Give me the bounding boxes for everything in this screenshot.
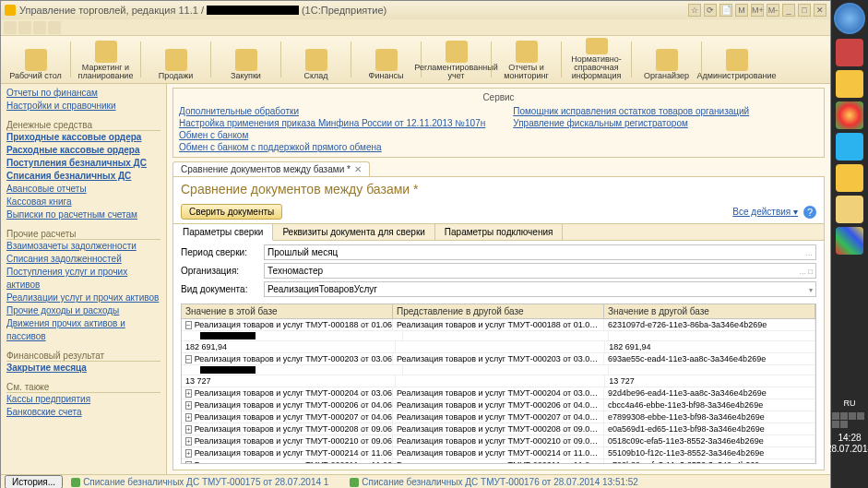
language-indicator[interactable]: RU: [844, 399, 856, 408]
sidebar-link[interactable]: Движения прочих активов и пассивов: [6, 317, 161, 343]
util-icon[interactable]: [4, 21, 17, 34]
ribbon-button[interactable]: Нормативно-справочная информация: [562, 36, 631, 83]
subtab[interactable]: Параметры подключения: [435, 224, 564, 240]
history-button[interactable]: История...: [5, 475, 63, 488]
ribbon-button[interactable]: Рабочий стол: [1, 36, 70, 83]
expand-icon[interactable]: +: [185, 401, 192, 410]
document-tab[interactable]: Сравнение документов между базами * ✕: [172, 161, 370, 176]
tray-icon[interactable]: [836, 39, 863, 66]
tool-icon[interactable]: ⟳: [704, 4, 717, 17]
util-icon[interactable]: [33, 21, 46, 34]
tool-icon[interactable]: M-: [767, 4, 779, 17]
grid-body[interactable]: − Реализация товаров и услуг ТМУТ-000188…: [182, 319, 815, 463]
sidebar-link[interactable]: Кассы предприятия: [6, 393, 161, 406]
sidebar-link[interactable]: Отчеты по финансам: [6, 87, 161, 100]
expand-icon[interactable]: +: [185, 425, 192, 434]
service-link[interactable]: Помощник исправления остатков товаров ор…: [513, 105, 749, 117]
table-row[interactable]: [182, 365, 815, 375]
ribbon-button[interactable]: Финансы: [351, 36, 421, 83]
sidebar-link[interactable]: Настройки и справочники: [6, 100, 161, 113]
sidebar-link[interactable]: Банковские счета: [6, 406, 161, 419]
expand-icon[interactable]: +: [185, 449, 192, 458]
ribbon-button[interactable]: Отчеты и мониторинг: [492, 36, 561, 83]
ribbon-button[interactable]: Продажи: [141, 36, 210, 83]
table-row[interactable]: 182 691,94182 691,94: [182, 341, 815, 353]
sidebar-link[interactable]: Закрытие месяца: [6, 362, 161, 375]
service-link[interactable]: Настройка применения приказа Минфина Рос…: [179, 117, 485, 129]
tool-icon[interactable]: M: [735, 4, 748, 17]
sidebar-link[interactable]: Авансовые отчеты: [6, 183, 161, 196]
ribbon-button[interactable]: Закупки: [211, 36, 280, 83]
col-header[interactable]: Значение в этой базе: [182, 304, 393, 318]
table-row[interactable]: + Реализация товаров и услуг ТМУТ-000204…: [182, 387, 815, 399]
service-link[interactable]: Обмен с банком с поддержкой прямого обме…: [179, 141, 485, 153]
col-header[interactable]: Значение в другой базе: [604, 304, 815, 318]
check-documents-button[interactable]: Сверить документы: [181, 204, 282, 220]
table-row[interactable]: + Реализация товаров и услуг ТМУТ-000211…: [182, 459, 815, 463]
sidebar-link[interactable]: Выписки по расчетным счетам: [6, 208, 161, 221]
sidebar-link[interactable]: Прочие доходы и расходы: [6, 304, 161, 317]
clock[interactable]: 14:28 28.07.2014: [826, 429, 868, 488]
expand-icon[interactable]: +: [185, 389, 192, 398]
ribbon-button[interactable]: Маркетинг и планирование: [71, 36, 140, 83]
tray-skype-icon[interactable]: [836, 133, 863, 161]
table-row[interactable]: + Реализация товаров и услуг ТМУТ-000206…: [182, 399, 815, 411]
expand-icon[interactable]: +: [185, 437, 192, 446]
expand-icon[interactable]: −: [185, 321, 192, 329]
org-input[interactable]: Техномастер …□: [264, 263, 816, 279]
tool-icon[interactable]: ☆: [688, 4, 701, 17]
dropdown-icon[interactable]: …: [799, 268, 806, 276]
dropdown-icon[interactable]: ▾: [809, 286, 813, 294]
service-link[interactable]: Обмен с банком: [179, 129, 485, 141]
start-orb[interactable]: [834, 3, 865, 34]
ribbon-button[interactable]: Органайзер: [632, 36, 701, 83]
tool-icon[interactable]: M+: [751, 4, 764, 17]
table-row[interactable]: − Реализация товаров и услуг ТМУТ-000188…: [182, 319, 815, 331]
expand-icon[interactable]: +: [185, 461, 192, 464]
sidebar-link[interactable]: Списания задолженностей: [6, 253, 161, 266]
open-icon[interactable]: □: [808, 268, 813, 276]
tray-icon[interactable]: [836, 227, 863, 255]
table-row[interactable]: [182, 331, 815, 341]
sidebar-link[interactable]: Реализации услуг и прочих активов: [6, 292, 161, 304]
sidebar-link[interactable]: Списания безналичных ДС: [6, 170, 161, 183]
dropdown-icon[interactable]: …: [805, 249, 813, 257]
sidebar-link[interactable]: Кассовая книга: [6, 196, 161, 208]
tray-mini-icons[interactable]: [831, 411, 868, 429]
sidebar-link[interactable]: Поступления безналичных ДС: [6, 157, 161, 170]
tool-icon[interactable]: 📄: [719, 4, 732, 17]
tray-1c-icon[interactable]: [836, 70, 863, 98]
table-row[interactable]: + Реализация товаров и услуг ТМУТ-000207…: [182, 411, 815, 423]
ribbon-button[interactable]: Регламентированный учет: [422, 36, 491, 83]
table-row[interactable]: + Реализация товаров и услуг ТМУТ-000210…: [182, 435, 815, 447]
status-text-1[interactable]: Списание безналичных ДС ТМУТ-000175 от 2…: [83, 477, 328, 487]
sidebar-link[interactable]: Поступления услуг и прочих активов: [6, 266, 161, 292]
util-icon[interactable]: [48, 21, 61, 34]
status-text-2[interactable]: Списание безналичных ДС ТМУТ-000176 от 2…: [362, 477, 638, 487]
close-icon[interactable]: ✕: [814, 4, 826, 17]
ribbon-button[interactable]: Склад: [281, 36, 351, 83]
table-row[interactable]: + Реализация товаров и услуг ТМУТ-000214…: [182, 447, 815, 459]
expand-icon[interactable]: +: [185, 413, 192, 422]
close-tab-icon[interactable]: ✕: [354, 164, 362, 174]
sidebar-link[interactable]: Приходные кассовые ордера: [6, 131, 161, 144]
tray-folder-icon[interactable]: [836, 196, 863, 223]
period-input[interactable]: Прошлый месяц …: [264, 244, 816, 260]
util-icon[interactable]: [18, 21, 31, 34]
service-link[interactable]: Управление фискальным регистратором: [513, 117, 749, 129]
subtab[interactable]: Параметры сверки: [173, 224, 273, 241]
help-icon[interactable]: ?: [803, 206, 816, 219]
table-row[interactable]: + Реализация товаров и услуг ТМУТ-000208…: [182, 423, 815, 435]
table-row[interactable]: − Реализация товаров и услуг ТМУТ-000203…: [182, 353, 815, 365]
table-row[interactable]: 13 72713 727: [182, 375, 815, 387]
col-header[interactable]: Представление в другой базе: [393, 304, 604, 318]
service-link[interactable]: Дополнительные обработки: [179, 105, 485, 117]
ribbon-button[interactable]: Администрирование: [702, 36, 771, 83]
maximize-icon[interactable]: □: [798, 4, 811, 17]
all-actions-link[interactable]: Все действия ▾: [732, 207, 798, 217]
doctype-input[interactable]: РеализацияТоваровУслуг ▾: [264, 281, 816, 297]
sidebar-link[interactable]: Взаимозачеты задолженности: [6, 240, 161, 253]
tray-chrome-icon[interactable]: [836, 101, 863, 129]
tray-1c-icon[interactable]: [836, 164, 863, 192]
sidebar-link[interactable]: Расходные кассовые ордера: [6, 144, 161, 157]
